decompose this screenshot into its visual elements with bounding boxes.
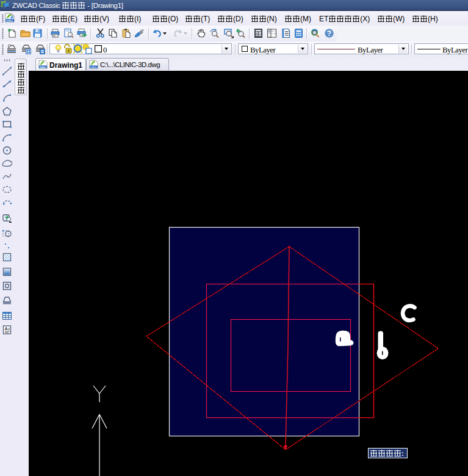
svg-text:?: ? [327,29,331,38]
svg-text:DWG: DWG [6,20,13,23]
svg-text:DWG: DWG [40,66,46,69]
svg-text:A: A [5,326,8,331]
svg-text:DWG: DWG [90,66,96,69]
